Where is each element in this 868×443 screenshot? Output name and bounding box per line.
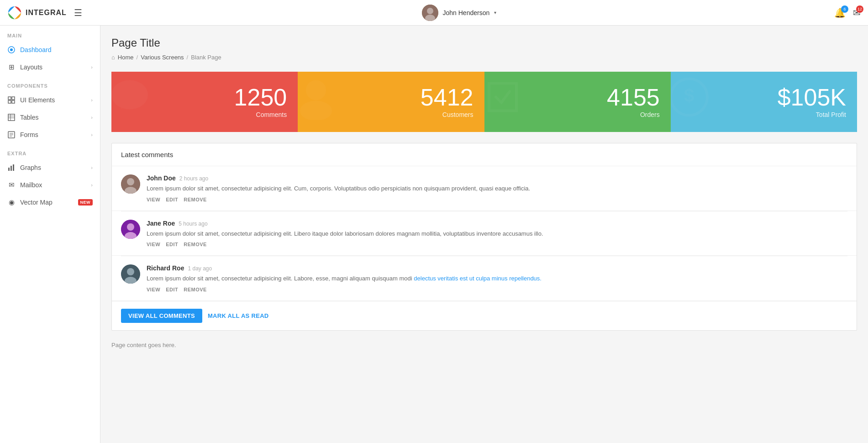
- mail-badge: 12: [856, 5, 863, 13]
- profit-label: Total Profit: [816, 111, 846, 118]
- svg-point-5: [10, 48, 13, 51]
- comment-body-richard: Richard Roe 1 day ago Lorem ipsum dolor …: [147, 264, 847, 292]
- map-icon: ◉: [7, 198, 16, 206]
- comment-link[interactable]: delectus veritatis est ut culpa minus re…: [414, 275, 542, 282]
- comment-avatar-richard: [121, 264, 140, 284]
- sidebar-item-ui-elements[interactable]: UI Elements ›: [0, 91, 100, 109]
- comment-text: Lorem ipsum dolor sit amet, consectetur …: [147, 274, 847, 283]
- breadcrumb-current: Blank Page: [191, 54, 221, 61]
- orders-count: 4155: [607, 85, 660, 109]
- comment-text: Lorem ipsum dolor sit amet, consectetur …: [147, 184, 847, 193]
- comment-text: Lorem ipsum dolor sit amet, consectetur …: [147, 229, 847, 238]
- user-dropdown-arrow: ▾: [494, 10, 496, 15]
- sidebar: MAIN Dashboard ⊞ Layouts › COMPONENTS: [0, 26, 100, 443]
- comment-actions: VIEW EDIT REMOVE: [147, 287, 847, 292]
- comment-view-button[interactable]: VIEW: [147, 197, 160, 202]
- sidebar-item-label: Vector Map: [20, 199, 53, 206]
- sidebar-item-dashboard[interactable]: Dashboard: [0, 41, 100, 58]
- comments-count: 1250: [234, 85, 287, 109]
- ui-elements-icon: [7, 96, 16, 104]
- comments-card: Latest comments John Doe 2 hours ago Lor…: [111, 143, 857, 331]
- new-badge: NEW: [78, 199, 93, 206]
- chevron-right-icon: ›: [91, 182, 93, 188]
- mailbox-icon: ✉: [7, 181, 16, 189]
- sidebar-item-tables[interactable]: Tables ›: [0, 109, 100, 126]
- sidebar-item-label: Mailbox: [20, 181, 42, 189]
- orders-bg-icon: [484, 74, 526, 130]
- chevron-right-icon: ›: [91, 64, 93, 70]
- user-name: John Henderson: [443, 9, 490, 16]
- comments-card-header: Latest comments: [112, 143, 857, 166]
- graphs-icon: [7, 163, 16, 172]
- sidebar-item-mailbox[interactable]: ✉ Mailbox ›: [0, 176, 100, 194]
- sidebar-item-layouts[interactable]: ⊞ Layouts ›: [0, 58, 100, 76]
- customers-label: Customers: [442, 111, 473, 118]
- stat-cards: 1250 Comments 5412 Customers 4155 Ord: [111, 72, 857, 132]
- breadcrumb: ⌂ Home / Various Screens / Blank Page: [111, 54, 857, 61]
- comment-item: Jane Roe 5 hours ago Lorem ipsum dolor s…: [112, 211, 857, 256]
- comment-actions: VIEW EDIT REMOVE: [147, 242, 847, 247]
- header-left: INTEGRAL ☰: [7, 5, 84, 20]
- stat-card-customers: 5412 Customers: [298, 72, 484, 132]
- notifications-button[interactable]: 🔔 6: [834, 7, 846, 18]
- chevron-right-icon: ›: [91, 132, 93, 137]
- notifications-badge: 6: [841, 5, 848, 13]
- svg-point-28: [127, 178, 134, 185]
- orders-label: Orders: [640, 111, 660, 118]
- comment-edit-button[interactable]: EDIT: [166, 242, 178, 247]
- header-right: 🔔 6 ✉ 12: [834, 7, 861, 18]
- layouts-icon: ⊞: [7, 63, 16, 71]
- comment-edit-button[interactable]: EDIT: [166, 197, 178, 202]
- svg-text:$: $: [684, 85, 694, 105]
- breadcrumb-home[interactable]: Home: [118, 54, 134, 61]
- main-content: Page Title ⌂ Home / Various Screens / Bl…: [100, 26, 868, 443]
- comment-edit-button[interactable]: EDIT: [166, 287, 178, 292]
- svg-rect-19: [11, 166, 12, 171]
- customers-bg-icon: [298, 74, 339, 130]
- comment-view-button[interactable]: VIEW: [147, 242, 160, 247]
- comment-author: John Doe: [147, 174, 176, 182]
- svg-rect-6: [8, 97, 11, 100]
- customers-count: 5412: [421, 85, 473, 109]
- comments-label: Comments: [256, 111, 287, 118]
- forms-icon: [7, 131, 16, 139]
- comment-remove-button[interactable]: REMOVE: [184, 197, 207, 202]
- comment-actions: VIEW EDIT REMOVE: [147, 197, 847, 202]
- sidebar-item-graphs[interactable]: Graphs ›: [0, 159, 100, 176]
- stat-card-profit: $ $105K Total Profit: [671, 72, 857, 132]
- svg-rect-7: [12, 97, 15, 100]
- stat-card-comments: 1250 Comments: [111, 72, 298, 132]
- comment-view-button[interactable]: VIEW: [147, 287, 160, 292]
- comment-time: 5 hours ago: [179, 221, 207, 227]
- dashboard-icon: [7, 46, 16, 54]
- main-layout: MAIN Dashboard ⊞ Layouts › COMPONENTS: [0, 26, 868, 443]
- comment-remove-button[interactable]: REMOVE: [184, 287, 207, 292]
- profit-bg-icon: $: [671, 74, 712, 130]
- comments-card-footer: VIEW ALL COMMENTS MARK ALL AS READ: [112, 301, 857, 330]
- mark-all-read-button[interactable]: MARK ALL AS READ: [208, 312, 269, 319]
- sidebar-item-label: Tables: [20, 114, 38, 121]
- home-icon: ⌂: [111, 54, 115, 61]
- comment-time: 1 day ago: [188, 265, 212, 272]
- view-all-comments-button[interactable]: VIEW ALL COMMENTS: [121, 309, 202, 323]
- comment-body-john: John Doe 2 hours ago Lorem ipsum dolor s…: [147, 174, 847, 202]
- comment-avatar-jane: [121, 220, 140, 239]
- hamburger-button[interactable]: ☰: [72, 5, 84, 20]
- sidebar-item-vector-map[interactable]: ◉ Vector Map NEW: [0, 194, 100, 211]
- svg-rect-8: [8, 100, 11, 103]
- sidebar-item-label: Forms: [20, 131, 38, 138]
- sidebar-section-components: COMPONENTS: [0, 76, 100, 91]
- comment-remove-button[interactable]: REMOVE: [184, 242, 207, 247]
- logo-icon: [7, 5, 22, 20]
- comment-author: Jane Roe: [147, 220, 175, 227]
- mail-button[interactable]: ✉ 12: [853, 7, 861, 18]
- svg-point-21: [111, 80, 148, 110]
- breadcrumb-various-screens[interactable]: Various Screens: [141, 54, 184, 61]
- sidebar-item-forms[interactable]: Forms ›: [0, 126, 100, 143]
- breadcrumb-sep-1: /: [137, 54, 138, 61]
- sidebar-item-label: Layouts: [20, 63, 42, 71]
- page-title: Page Title: [111, 37, 857, 49]
- user-avatar: [422, 5, 438, 21]
- svg-rect-10: [8, 114, 15, 121]
- sidebar-section-extra: EXTRA: [0, 143, 100, 159]
